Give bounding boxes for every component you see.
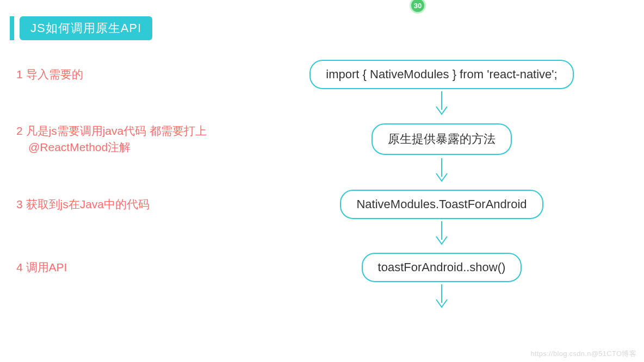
watermark: https://blog.csdn.n@51CTO博客	[531, 349, 636, 359]
flow-box-3: NativeModules.ToastForAndroid	[340, 190, 543, 219]
step-label-2: 2 凡是js需要调用java代码 都需要打上 @ReactMethod注解	[0, 123, 239, 156]
step-label-4: 4 调用API	[0, 259, 239, 276]
arrow-4	[239, 282, 644, 310]
arrow-2	[239, 156, 644, 184]
step-label-1: 1 导入需要的	[0, 66, 239, 83]
step-label-3: 3 获取到js在Java中的代码	[0, 196, 239, 213]
flow-box-2: 原生提供暴露的方法	[371, 123, 512, 155]
step-row-3: 3 获取到js在Java中的代码 NativeModules.ToastForA…	[0, 190, 644, 219]
arrow-down-icon	[434, 220, 450, 246]
title-bar: JS如何调用原生API	[10, 16, 152, 40]
arrow-down-icon	[434, 90, 450, 116]
flow-box-4: toastForAndroid..show()	[362, 253, 522, 282]
step-row-4: 4 调用API toastForAndroid..show()	[0, 253, 644, 282]
arrow-1	[239, 89, 644, 117]
step-row-1: 1 导入需要的 import { NativeModules } from 'r…	[0, 60, 644, 89]
flow-box-1: import { NativeModules } from 'react-nat…	[309, 60, 573, 89]
page-count-badge: 30	[410, 0, 426, 14]
arrow-3	[239, 219, 644, 247]
diagram-content: 1 导入需要的 import { NativeModules } from 'r…	[0, 60, 644, 310]
page-title: JS如何调用原生API	[20, 16, 152, 40]
title-accent	[10, 16, 14, 40]
step-row-2: 2 凡是js需要调用java代码 都需要打上 @ReactMethod注解 原生…	[0, 123, 644, 156]
arrow-down-icon	[434, 283, 450, 309]
arrow-down-icon	[434, 157, 450, 183]
